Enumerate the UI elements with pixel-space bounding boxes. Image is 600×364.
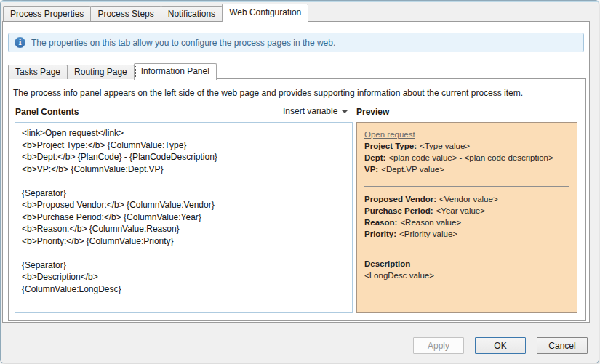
cancel-button[interactable]: Cancel (537, 337, 588, 354)
preview-row: Proposed Vendor:<Vendor value> (364, 193, 569, 205)
preview-row-value: <plan code value> - <plan code descripti… (388, 153, 553, 162)
apply-button[interactable]: Apply (413, 337, 464, 354)
tab-routing-page[interactable]: Routing Page (67, 65, 135, 79)
preview-separator (364, 251, 569, 251)
preview-description-heading: Description (364, 258, 567, 270)
preview-panel: Open request Project Type:<Type value> D… (356, 122, 577, 313)
tab-notifications[interactable]: Notifications (161, 6, 223, 21)
preview-row: Dept:<plan code value> - <plan code desc… (364, 152, 569, 163)
tab-information-panel[interactable]: Information Panel (134, 63, 217, 80)
preview-separator (364, 186, 569, 187)
panel-description: The process info panel appears on the le… (13, 88, 523, 98)
info-banner: i The properties on this tab allow you t… (8, 33, 584, 52)
window-top-border (1, 1, 599, 2)
sub-tab-bar: Tasks Page Routing Page Information Pane… (8, 62, 216, 79)
preview-row-label: Priority: (364, 230, 396, 238)
preview-row-label: Project Type: (364, 142, 417, 150)
insert-variable-label: Insert variable (283, 106, 337, 116)
button-row: Apply OK Cancel (413, 337, 588, 354)
preview-label: Preview (356, 107, 389, 117)
info-icon: i (15, 37, 25, 48)
preview-row: Priority:<Priority value> (364, 228, 569, 240)
tab-process-steps[interactable]: Process Steps (90, 6, 161, 21)
preview-row-value: <Year value> (436, 206, 485, 215)
preview-row-value: <Dept.VP value> (381, 165, 444, 174)
insert-variable-dropdown[interactable]: Insert variable (279, 105, 352, 118)
preview-open-request-link: Open request (364, 130, 415, 139)
ok-button[interactable]: OK (475, 337, 526, 354)
preview-row: VP:<Dept.VP value> (364, 163, 569, 175)
panel-contents-label: Panel Contents (15, 107, 79, 117)
tab-web-configuration[interactable]: Web Configuration (222, 4, 308, 22)
dialog-window: Process Properties Process Steps Notific… (0, 0, 599, 363)
preview-row-value: <Type value> (420, 142, 470, 150)
preview-row: Purchase Period:<Year value> (364, 205, 569, 217)
preview-row: Project Type:<Type value> (364, 140, 569, 152)
preview-row: Reason:<Reason value> (364, 217, 569, 228)
information-panel-page: The process info panel appears on the le… (8, 78, 586, 321)
tab-process-properties[interactable]: Process Properties (3, 6, 91, 21)
preview-row-label: Purchase Period: (364, 206, 433, 215)
preview-row-value: <Priority value> (399, 230, 457, 238)
preview-row-label: Reason: (364, 218, 397, 227)
info-banner-text: The properties on this tab allow you to … (31, 38, 335, 48)
preview-row-label: Proposed Vendor: (364, 195, 436, 203)
preview-row-value: <Vendor value> (439, 195, 498, 203)
main-tab-bar: Process Properties Process Steps Notific… (3, 4, 308, 21)
panel-contents-editor[interactable]: <link>Open request</link> <b>Project Typ… (15, 122, 353, 313)
web-configuration-page: i The properties on this tab allow you t… (2, 21, 590, 323)
tab-tasks-page[interactable]: Tasks Page (8, 65, 68, 79)
chevron-down-icon (342, 110, 348, 113)
dialog-footer: Apply OK Cancel (1, 323, 599, 363)
preview-row-label: VP: (364, 165, 378, 174)
preview-row-label: Dept: (364, 153, 385, 162)
preview-row-value: <Reason value> (400, 218, 461, 227)
preview-description-value: <LongDesc value> (364, 270, 569, 281)
